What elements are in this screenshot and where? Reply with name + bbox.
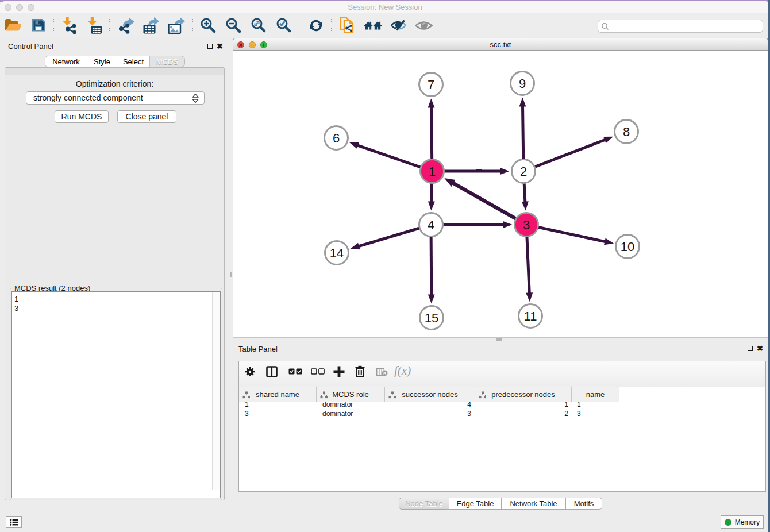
svg-text:7: 7 [428, 78, 434, 92]
svg-text:14: 14 [330, 246, 344, 260]
svg-text:3: 3 [523, 218, 530, 232]
svg-text:11: 11 [524, 309, 537, 323]
svg-text:6: 6 [333, 131, 340, 145]
svg-text:15: 15 [425, 311, 438, 325]
svg-text:2: 2 [520, 164, 527, 179]
svg-text:8: 8 [623, 125, 630, 139]
svg-text:9: 9 [519, 76, 526, 91]
svg-text:1: 1 [429, 164, 436, 179]
svg-text:4: 4 [428, 218, 434, 232]
svg-text:10: 10 [621, 240, 634, 254]
